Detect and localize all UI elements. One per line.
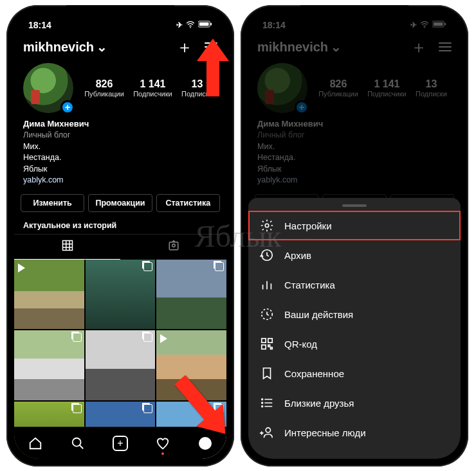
svg-point-17 xyxy=(265,224,269,227)
action-buttons: Изменить Промоакции Статистика xyxy=(14,189,226,217)
svg-marker-38 xyxy=(174,371,232,442)
display-name: Дима Михневич xyxy=(23,118,217,130)
svg-point-13 xyxy=(424,26,425,28)
bookmark-icon xyxy=(260,366,274,380)
menu-label: Интересные люди xyxy=(284,427,366,438)
profile-tabs xyxy=(14,234,226,260)
menu-label: Статистика xyxy=(284,280,335,290)
menu-activity[interactable]: Ваши действия xyxy=(248,299,461,329)
gear-icon xyxy=(260,218,274,233)
highlights-label[interactable]: Актуальное из историй xyxy=(14,217,226,234)
annotation-arrow xyxy=(190,39,235,99)
username-label: mikhnevich xyxy=(23,40,94,55)
menu-archive[interactable]: Архив xyxy=(248,240,461,270)
nav-activity[interactable] xyxy=(155,436,170,451)
svg-rect-4 xyxy=(62,240,72,250)
menu-label: Ваши действия xyxy=(284,309,353,320)
svg-marker-37 xyxy=(197,39,229,96)
phone-right: 18:14 ✈ mikhnevich⌄ ＋ + 826Публикации 1 xyxy=(241,5,468,467)
carousel-icon xyxy=(143,333,152,342)
notch xyxy=(66,5,174,21)
svg-line-12 xyxy=(80,445,84,449)
notch xyxy=(300,5,408,21)
bio-link[interactable]: yablyk.com xyxy=(23,175,217,186)
menu-qr[interactable]: QR-код xyxy=(248,329,461,359)
archive-icon xyxy=(260,248,274,262)
avatar[interactable]: + xyxy=(23,63,73,113)
status-time: 18:14 xyxy=(262,20,286,30)
wifi-icon xyxy=(420,21,429,30)
screen-right: 18:14 ✈ mikhnevich⌄ ＋ + 826Публикации 1 xyxy=(248,13,461,459)
annotation-arrow xyxy=(174,371,232,445)
airplane-icon: ✈ xyxy=(410,21,417,30)
menu-label: Архив xyxy=(284,250,311,261)
svg-point-0 xyxy=(190,26,191,28)
bio-line: Мих. xyxy=(23,141,217,153)
nav-home[interactable] xyxy=(28,436,43,451)
create-button[interactable]: ＋ xyxy=(410,39,427,55)
promotions-button[interactable]: Промоакции xyxy=(88,194,152,212)
profile-header: mikhnevich⌄ ＋ xyxy=(248,33,461,60)
post-cell[interactable] xyxy=(156,260,226,330)
svg-point-34 xyxy=(266,428,270,432)
svg-rect-25 xyxy=(262,345,266,349)
qr-icon xyxy=(260,337,274,351)
chevron-down-icon: ⌄ xyxy=(331,39,342,55)
nav-search[interactable] xyxy=(70,436,86,451)
status-icons: ✈ xyxy=(410,21,446,30)
username-dropdown[interactable]: mikhnevich ⌄ xyxy=(23,39,107,55)
nav-create[interactable]: + xyxy=(113,436,128,451)
svg-point-33 xyxy=(262,406,263,407)
svg-rect-15 xyxy=(434,22,443,26)
carousel-icon xyxy=(73,404,82,413)
stats-icon xyxy=(260,278,274,292)
notification-dot xyxy=(161,452,164,455)
activity-icon xyxy=(260,307,274,321)
tab-tagged[interactable] xyxy=(120,235,226,260)
menu-sheet: Настройки Архив Статистика Ваши действия… xyxy=(248,198,461,459)
bio: Дима Михневич Личный блог Мих. Нестанда.… xyxy=(14,116,226,189)
add-story-icon[interactable]: + xyxy=(60,100,75,114)
menu-close-friends[interactable]: Близкие друзья xyxy=(248,388,461,418)
svg-point-31 xyxy=(262,399,263,400)
post-cell[interactable] xyxy=(14,330,84,400)
insights-button[interactable]: Статистика xyxy=(156,194,220,212)
svg-rect-24 xyxy=(268,339,272,342)
wifi-icon xyxy=(186,21,195,30)
svg-rect-26 xyxy=(268,345,270,347)
add-person-icon xyxy=(260,425,274,440)
stat-followers[interactable]: 1 141Подписчики xyxy=(133,78,172,98)
stat-posts[interactable]: 826Публикации xyxy=(84,78,124,98)
menu-label: Близкие друзья xyxy=(284,398,354,409)
status-icons: ✈ xyxy=(176,21,212,30)
sheet-handle[interactable] xyxy=(342,204,367,207)
chevron-down-icon: ⌄ xyxy=(96,39,107,55)
menu-discover[interactable]: Интересные люди xyxy=(248,418,461,447)
list-icon xyxy=(260,396,274,410)
svg-point-10 xyxy=(172,244,175,247)
bio-line: Яблык xyxy=(23,164,217,175)
post-cell[interactable] xyxy=(86,330,156,400)
username-dropdown[interactable]: mikhnevich⌄ xyxy=(257,39,342,55)
category: Личный блог xyxy=(23,130,217,141)
tab-grid[interactable] xyxy=(14,235,120,260)
carousel-icon xyxy=(143,404,152,413)
svg-rect-27 xyxy=(271,348,273,350)
menu-button[interactable] xyxy=(439,42,452,51)
video-icon xyxy=(160,334,167,343)
menu-label: QR-код xyxy=(284,339,317,350)
svg-rect-23 xyxy=(262,339,266,342)
edit-profile-button[interactable]: Изменить xyxy=(21,194,84,212)
airplane-icon: ✈ xyxy=(176,21,183,30)
status-time: 18:14 xyxy=(28,20,51,30)
svg-point-32 xyxy=(262,402,263,404)
post-cell[interactable] xyxy=(86,260,156,330)
avatar[interactable]: + xyxy=(257,63,307,113)
video-icon xyxy=(18,263,25,272)
menu-stats[interactable]: Статистика xyxy=(248,270,461,299)
carousel-icon xyxy=(143,262,152,271)
menu-settings[interactable]: Настройки xyxy=(248,211,461,240)
menu-saved[interactable]: Сохраненное xyxy=(248,359,461,388)
post-cell[interactable] xyxy=(14,260,84,330)
menu-label: Настройки xyxy=(284,220,332,231)
